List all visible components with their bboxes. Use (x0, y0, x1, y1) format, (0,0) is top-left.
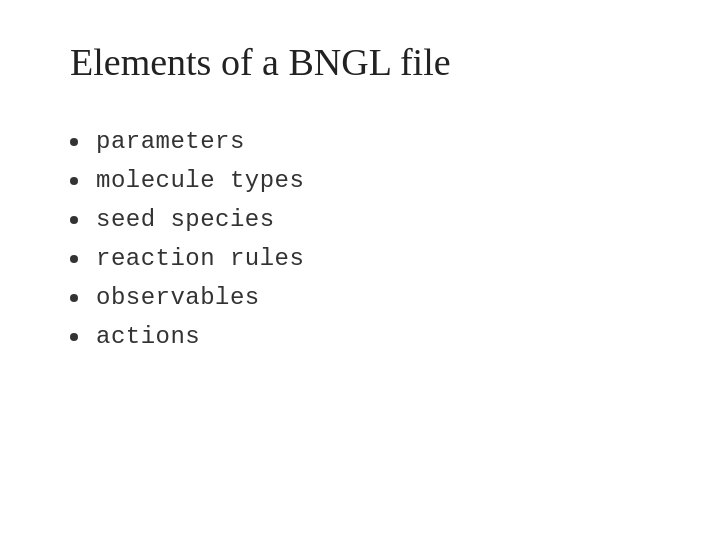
list-item: actions (60, 319, 660, 354)
bullet-dot (70, 177, 78, 185)
bullet-text: seed species (96, 206, 275, 233)
bullet-dot (70, 138, 78, 146)
slide: Elements of a BNGL file parameters molec… (0, 0, 720, 540)
list-item: reaction rules (60, 241, 660, 276)
bullet-dot (70, 255, 78, 263)
bullet-text: reaction rules (96, 245, 304, 272)
bullet-text: parameters (96, 128, 245, 155)
bullet-list: parameters molecule types seed species r… (60, 124, 660, 354)
bullet-dot (70, 294, 78, 302)
list-item: parameters (60, 124, 660, 159)
bullet-dot (70, 333, 78, 341)
list-item: seed species (60, 202, 660, 237)
bullet-text: molecule types (96, 167, 304, 194)
list-item: observables (60, 280, 660, 315)
bullet-dot (70, 216, 78, 224)
list-item: molecule types (60, 163, 660, 198)
slide-title: Elements of a BNGL file (70, 40, 660, 84)
bullet-text: observables (96, 284, 260, 311)
bullet-text: actions (96, 323, 200, 350)
